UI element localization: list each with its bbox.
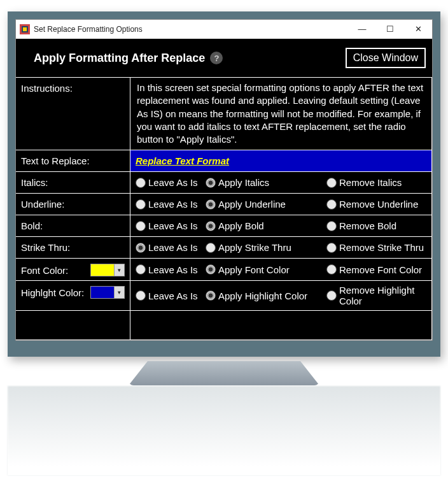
radio-icon [136,264,146,275]
italics-remove[interactable]: Remove Italics [326,177,426,188]
highlight-color-options: Leave As Is Apply Highlight Color Remove… [130,281,432,311]
monitor-frame: Set Replace Formatting Options — ☐ ✕ App… [8,11,440,357]
text-to-replace-label: Text to Replace: [16,150,130,172]
radio-icon [326,178,337,188]
highlight-color-swatch [91,287,114,298]
bold-label: Bold: [16,215,130,237]
radio-icon [326,290,337,301]
radio-icon [136,221,146,231]
underline-options: Leave As Is Apply Underline Remove Under… [130,194,432,215]
close-window-button[interactable]: ✕ [404,20,432,38]
strike-apply[interactable]: Apply Strike Thru [206,242,326,253]
strike-leave[interactable]: Leave As Is [136,242,206,253]
radio-icon [206,221,216,231]
radio-icon [136,243,146,253]
form-grid: Instructions: In this screen set special… [16,77,432,340]
strike-options: Leave As Is Apply Strike Thru Remove Str… [130,237,432,259]
underline-remove[interactable]: Remove Underline [326,199,426,210]
page-title: Apply Formatting After Replace ? [34,52,223,65]
font-color-label-text: Font Color: [21,265,68,276]
underline-leave[interactable]: Leave As Is [136,199,206,210]
page-title-text: Apply Formatting After Replace [34,52,205,65]
underline-apply[interactable]: Apply Underline [206,199,326,210]
instructions-text: In this screen set special formatting op… [130,78,432,150]
help-icon[interactable]: ? [210,52,223,64]
empty-cell [16,311,130,340]
bold-apply[interactable]: Apply Bold [206,220,326,231]
window-title: Set Replace Formatting Options [34,25,348,34]
underline-label: Underline: [16,194,130,215]
monitor-stand [129,361,319,385]
close-button[interactable]: Close Window [346,48,426,68]
highlight-color-leave[interactable]: Leave As Is [136,290,206,301]
minimize-button[interactable]: — [348,20,376,38]
radio-icon [326,199,337,210]
bold-remove[interactable]: Remove Bold [326,220,426,231]
radio-icon [206,290,216,301]
highlight-color-label-text: Highlght Color: [21,287,84,298]
font-color-swatch [91,264,114,276]
radio-icon [326,264,337,275]
app-icon [20,24,30,34]
font-color-apply[interactable]: Apply Font Color [206,264,326,275]
chevron-down-icon[interactable]: ▾ [114,264,124,276]
header-row: Apply Formatting After Replace ? Close W… [16,39,432,77]
strike-remove[interactable]: Remove Strike Thru [326,242,426,253]
chevron-down-icon[interactable]: ▾ [114,287,124,298]
radio-icon [206,178,216,188]
replace-text-format[interactable]: Replace Text Format [130,150,432,172]
italics-options: Leave As Is Apply Italics Remove Italics [130,172,432,194]
bold-leave[interactable]: Leave As Is [136,220,206,231]
radio-icon [326,221,337,231]
bottom-pad [130,311,432,340]
font-color-picker[interactable]: ▾ [90,264,125,276]
highlight-color-apply[interactable]: Apply Highlight Color [206,290,326,301]
radio-icon [326,243,337,253]
italics-apply[interactable]: Apply Italics [206,177,326,188]
highlight-color-label: Highlght Color: ▾ [16,281,130,311]
highlight-color-remove[interactable]: Remove Highlight Color [326,285,426,306]
bold-options: Leave As Is Apply Bold Remove Bold [130,215,432,237]
radio-icon [206,264,216,275]
font-color-label: Font Color: ▾ [16,259,130,281]
radio-icon [136,178,146,188]
radio-icon [206,199,216,210]
strike-label: Strike Thru: [16,237,130,259]
maximize-button[interactable]: ☐ [376,20,404,38]
app-body: Apply Formatting After Replace ? Close W… [16,39,432,340]
radio-icon [136,199,146,210]
radio-icon [206,243,216,253]
highlight-color-picker[interactable]: ▾ [90,286,125,299]
app-window: Set Replace Formatting Options — ☐ ✕ App… [15,19,433,341]
reflection [8,386,440,475]
instructions-label: Instructions: [16,78,130,150]
italics-leave[interactable]: Leave As Is [136,177,206,188]
font-color-remove[interactable]: Remove Font Color [326,264,426,275]
window-controls: — ☐ ✕ [348,20,432,38]
titlebar: Set Replace Formatting Options — ☐ ✕ [16,20,432,39]
radio-icon [136,290,146,301]
font-color-leave[interactable]: Leave As Is [136,264,206,275]
font-color-options: Leave As Is Apply Font Color Remove Font… [130,259,432,281]
italics-label: Italics: [16,172,130,194]
svg-rect-2 [23,27,27,31]
